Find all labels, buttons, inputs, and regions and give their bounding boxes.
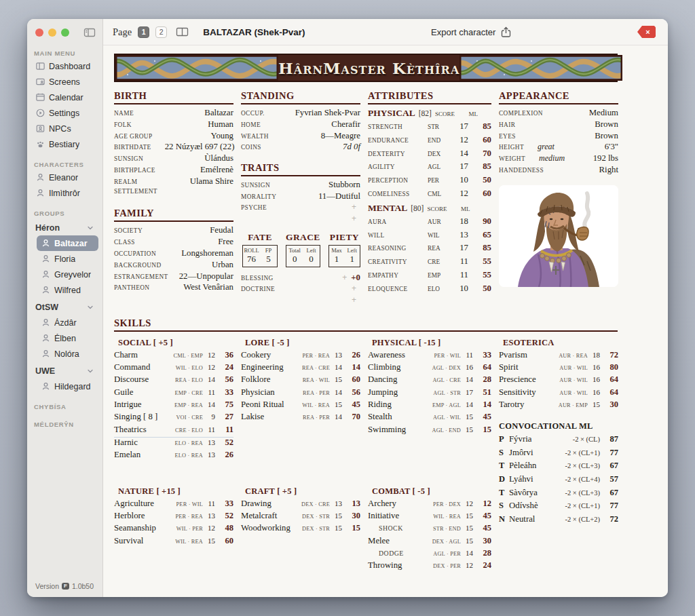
minimize-window-button[interactable] [48, 28, 56, 37]
skill-row[interactable]: Stealth AGL · WIL 15 45 [368, 412, 491, 424]
skill-row[interactable]: Herblore PER · REA 13 52 [114, 511, 233, 523]
skill-row[interactable]: Folklore REA · WIL 15 60 [241, 374, 360, 387]
skill-row[interactable]: Sensitivity AUR · WIL 16 64 [499, 387, 618, 400]
sidebar-item-baltazar[interactable]: Baltazar [37, 235, 98, 251]
add-icon[interactable]: + [352, 284, 356, 292]
sidebar-item-azdar[interactable]: Ázdâr [37, 315, 98, 330]
field-row[interactable]: DOCTRINE + [241, 284, 360, 296]
field-row[interactable]: ESTRANGEMENT + 22—Unpopular [114, 271, 233, 283]
skill-row[interactable]: Seamanship WIL · PER 12 48 [114, 523, 233, 535]
field-row[interactable]: BIRTHDATE + 22 Núzyæl 697 (22) [114, 142, 233, 153]
sidebar-toggle-icon[interactable] [83, 27, 96, 38]
skill-row[interactable]: Climbing AGL · DEX 16 64 [368, 362, 491, 374]
skill-row[interactable]: Pvarism AUR · REA 18 72 [499, 350, 618, 362]
skill-row[interactable]: Cookery PER · REA 13 26 [241, 350, 360, 362]
sidebar-item-wilfred[interactable]: Wilfred [37, 282, 98, 298]
skill-row[interactable]: Throwing DEX · PER 12 24 [368, 560, 491, 573]
skill-row[interactable]: Spirit AUR · WIL 16 80 [499, 362, 618, 374]
skill-row[interactable]: Harnic ELO · REA 13 52 [114, 437, 233, 450]
attribute-row[interactable]: CREATIVITY CRE 11 55 [368, 256, 491, 270]
skill-row[interactable]: Discourse REA · ELO 14 56 [114, 374, 233, 387]
sidebar-section-melderyn[interactable]: MÉLDERŶN [31, 419, 98, 429]
attribute-row[interactable]: REASONING REA 17 85 [368, 243, 491, 256]
field-row[interactable]: SUNSIGN + Stubborn [241, 180, 360, 191]
sidebar-section-groups[interactable]: GROUPS [31, 208, 98, 218]
sidebar-item-settings[interactable]: Settings [31, 105, 98, 121]
field-row[interactable]: OCCUPATION + Longshoreman [114, 248, 233, 260]
skill-row[interactable]: Physician REA · PER 14 56 [241, 387, 360, 400]
field-row[interactable]: HOME + Cherafir [241, 119, 360, 131]
skill-row[interactable]: Engineering REA · CRE 14 14 [241, 362, 360, 374]
field-row[interactable]: MORALITY + 11—Dutiful [241, 191, 360, 203]
field-row[interactable]: OCCUP. + Fyvrian Shek-Pvar [241, 108, 360, 119]
convocation-row[interactable]: T Sàvôrya -2 × (CL+3) 67 [499, 488, 618, 501]
sidebar-item-greyvelor[interactable]: Greyvelor [37, 267, 98, 282]
field-row[interactable]: SOCIETY + Feudal [114, 225, 233, 237]
add-icon[interactable]: + [352, 296, 356, 304]
field-row[interactable]: + [241, 214, 360, 226]
page-2-button[interactable]: 2 [155, 26, 167, 38]
skill-row[interactable]: Awareness PER · WIL 11 33 [368, 350, 491, 362]
convocation-row[interactable]: S Jmôrvi -2 × (CL+1) 77 [499, 448, 618, 461]
sidebar-item-screens[interactable]: Screens [31, 74, 98, 90]
attribute-row[interactable]: ENDURANCE END 12 60 [368, 135, 491, 149]
field-row[interactable]: REALM + Ulama Shire [114, 176, 233, 188]
field-row[interactable]: WEIGHT medium 192 lbs [499, 153, 618, 165]
attribute-row[interactable]: COMELINESS CML 12 60 [368, 189, 491, 202]
sidebar-item-elben[interactable]: Élben [37, 330, 98, 346]
attribute-row[interactable]: STRENGTH STR 17 85 [368, 121, 491, 135]
spread-view-icon[interactable] [176, 26, 189, 37]
sidebar-item-calendar[interactable]: Calendar [31, 90, 98, 105]
skill-row[interactable]: Dancing AGL · CRE 14 28 [368, 374, 491, 387]
field-row[interactable]: COINS + 7d 0f [241, 142, 360, 153]
skill-row[interactable]: Initiative WIL · REA 15 45 [368, 511, 491, 523]
field-row[interactable]: BIRTHPLACE + Emélrenè [114, 165, 233, 176]
field-row[interactable]: HAIR Brown [499, 119, 618, 131]
attribute-row[interactable]: PERCEPTION PER 10 50 [368, 175, 491, 189]
field-row[interactable]: NAME + Baltazar [114, 108, 233, 119]
attribute-row[interactable]: WILL WIL 13 65 [368, 230, 491, 244]
sidebar-item-nolora[interactable]: Nolóra [37, 346, 98, 362]
page-1-button[interactable]: 1 [138, 26, 149, 38]
close-window-button[interactable] [35, 28, 43, 37]
add-icon[interactable]: + [342, 273, 347, 282]
skill-row[interactable]: Charm CML · EMP 12 36 [114, 350, 233, 362]
sidebar-item-bestiary[interactable]: Bestiary [31, 136, 98, 152]
skill-row[interactable]: SHOCK STR · END 15 45 [368, 523, 491, 535]
sidebar-item-floria[interactable]: Floria [37, 251, 98, 267]
skill-row[interactable]: Drawing DEX · CRE 13 13 [241, 499, 360, 511]
skill-row[interactable]: Theatrics CRE · ELO 11 11 [114, 425, 233, 437]
field-row[interactable]: PSYCHE + [241, 203, 360, 214]
field-row[interactable]: PANTHEON + West Venârian [114, 282, 233, 294]
skill-row[interactable]: Jumping AGL · STR 17 51 [368, 387, 491, 400]
sidebar-item-npcs[interactable]: NPCs [31, 121, 98, 136]
field-row[interactable]: HEIGHT great 6'3" [499, 142, 618, 153]
skill-row[interactable]: Lakise REA · PER 14 70 [241, 412, 360, 424]
sidebar-section-main-menu[interactable]: MAIN MENU [31, 48, 98, 58]
field-row[interactable]: + [241, 296, 360, 307]
piety-box[interactable]: PIETY Max1 Left1 [328, 232, 360, 267]
skill-row[interactable]: Guile EMP · CRE 11 33 [114, 387, 233, 400]
skill-row[interactable]: Metalcraft DEX · STR 15 30 [241, 511, 360, 523]
convocation-row[interactable]: D Lyáhvi -2 × (CL+4) 57 [499, 474, 618, 488]
field-row[interactable]: SETTLEMENT + [114, 188, 233, 199]
skill-row[interactable]: Melee DEX · AGL 15 30 [368, 536, 491, 548]
add-icon[interactable]: + [352, 214, 356, 223]
sidebar-item-dashboard[interactable]: Dashboard [31, 58, 98, 74]
field-row[interactable]: COMPLEXION Medium [499, 108, 618, 119]
field-row[interactable]: HANDEDNESS Right [499, 165, 618, 176]
skill-row[interactable]: Survival WIL · REA 15 60 [114, 536, 233, 548]
sidebar-group-otsw[interactable]: OtSW [31, 299, 98, 315]
sidebar-item-eleanor[interactable]: Eleanor [31, 170, 98, 185]
add-icon[interactable]: + [352, 203, 356, 211]
zoom-window-button[interactable] [61, 28, 69, 37]
skill-row[interactable]: Peoni Ritual WIL · REA 15 45 [241, 400, 360, 412]
sidebar-group-uwe[interactable]: UWE [31, 363, 98, 379]
sidebar-section-chybisa[interactable]: CHYBÍSA [31, 402, 98, 412]
attribute-row[interactable]: AGILITY AGL 17 85 [368, 161, 491, 175]
sidebar-group-heron[interactable]: Héron [31, 220, 98, 235]
export-character-button[interactable]: Export character [431, 26, 511, 38]
skill-row[interactable]: DODGE AGL · PER 14 28 [368, 548, 491, 560]
field-row[interactable]: BLESSING + +0 [241, 273, 360, 284]
attribute-row[interactable]: DEXTERITY DEX 14 70 [368, 149, 491, 162]
